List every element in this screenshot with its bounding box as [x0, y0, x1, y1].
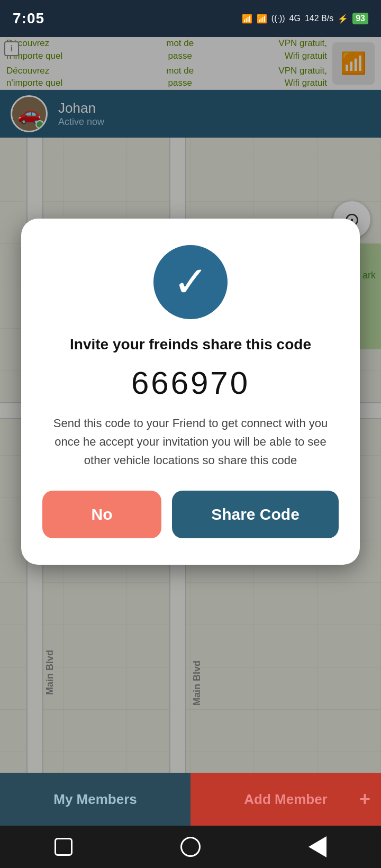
network-icon: 4G	[289, 14, 301, 23]
status-icons: 📶 📶 ((·)) 4G 142 B/s ⚡ 93	[242, 13, 368, 24]
add-member-button[interactable]: Add Member +	[190, 773, 381, 826]
battery-level: 93	[352, 13, 368, 24]
plus-icon: +	[359, 788, 370, 810]
circle-icon	[180, 837, 201, 857]
recent-apps-button[interactable]	[48, 831, 79, 863]
checkmark-icon: ✓	[173, 261, 208, 303]
modal-description: Send this code to your Friend to get con…	[42, 414, 339, 470]
data-speed: 142 B/s	[305, 14, 333, 23]
signal-icon: 📶	[257, 14, 267, 24]
status-time: 7:05	[13, 10, 44, 27]
my-members-button[interactable]: My Members	[0, 773, 190, 826]
back-button[interactable]	[302, 831, 333, 863]
modal-buttons: No Share Code	[42, 491, 339, 538]
success-icon-circle: ✓	[153, 245, 228, 319]
home-button[interactable]	[175, 831, 206, 863]
charge-icon: ⚡	[338, 14, 348, 24]
status-bar: 7:05 📶 📶 ((·)) 4G 142 B/s ⚡ 93	[0, 0, 381, 37]
wifi-icon: ((·))	[271, 14, 285, 23]
no-button[interactable]: No	[42, 491, 161, 538]
sim-icon: 📶	[242, 14, 252, 24]
android-nav-bar	[0, 826, 381, 868]
square-icon	[55, 838, 72, 856]
modal-overlay: ✓ Invite your freinds share this code 66…	[0, 0, 381, 868]
bottom-nav: My Members Add Member +	[0, 773, 381, 826]
back-triangle-icon	[309, 836, 326, 857]
modal-dialog: ✓ Invite your freinds share this code 66…	[21, 219, 360, 565]
share-code-button[interactable]: Share Code	[172, 491, 339, 538]
invite-code: 666970	[131, 365, 250, 401]
modal-title: Invite your freinds share this code	[70, 335, 311, 354]
